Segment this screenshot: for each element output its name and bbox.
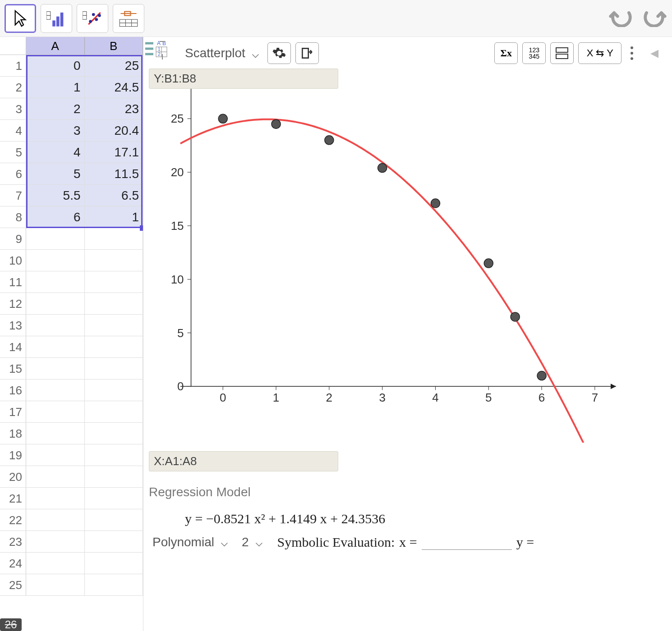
layout-button[interactable]	[550, 42, 574, 64]
table-row[interactable]: 5 4 17.1	[0, 142, 143, 163]
table-row[interactable]: 18	[0, 423, 143, 444]
table-row[interactable]: 3 2 23	[0, 98, 143, 120]
row-header[interactable]: 5	[0, 142, 26, 163]
table-row[interactable]: 9	[0, 228, 143, 250]
show-stats-button[interactable]: Σx	[494, 42, 518, 64]
row-header[interactable]: 3	[0, 98, 26, 119]
table-row[interactable]: 20	[0, 466, 143, 488]
boxplot-tool[interactable]	[113, 4, 144, 33]
cell[interactable]	[26, 380, 85, 401]
cell[interactable]: 6.5	[85, 185, 143, 206]
table-row[interactable]: 7 5.5 6.5	[0, 185, 143, 206]
cell[interactable]	[85, 315, 143, 336]
table-row[interactable]: 19	[0, 444, 143, 466]
row-header[interactable]: 23	[0, 531, 26, 552]
show-data-button[interactable]: 123345	[522, 42, 546, 64]
row-header[interactable]: 20	[0, 466, 26, 487]
cell[interactable]	[26, 358, 85, 379]
cell[interactable]: 11.5	[85, 163, 143, 184]
table-row[interactable]: 1 0 25	[0, 55, 143, 77]
row-header[interactable]: 2	[0, 77, 26, 98]
x-range-chip[interactable]: X:A1:A8	[149, 451, 338, 471]
row-header[interactable]: 4	[0, 120, 26, 141]
cell[interactable]	[26, 488, 85, 509]
plot-type-select[interactable]: Scatterplot ⌵	[181, 44, 263, 63]
cell[interactable]: 24.5	[85, 77, 143, 98]
cell[interactable]	[26, 444, 85, 466]
table-row[interactable]: 11	[0, 271, 143, 293]
table-row[interactable]: 24	[0, 553, 143, 574]
column-header-a[interactable]: A	[26, 37, 85, 55]
cell[interactable]	[85, 380, 143, 401]
swap-xy-button[interactable]: X ⇆ Y	[578, 42, 621, 64]
row-header[interactable]: 18	[0, 423, 26, 444]
column-header-b[interactable]: B	[85, 37, 143, 55]
row-header[interactable]: 14	[0, 336, 26, 357]
row-header[interactable]: 21	[0, 488, 26, 509]
row-header[interactable]: 17	[0, 401, 26, 422]
cell[interactable]	[85, 271, 143, 293]
row-header[interactable]: 22	[0, 509, 26, 530]
cell[interactable]: 1	[26, 77, 85, 98]
row-header[interactable]: 19	[0, 444, 26, 466]
symbolic-x-input[interactable]	[422, 536, 512, 550]
row-header[interactable]: 8	[0, 206, 26, 228]
cell[interactable]: 6	[26, 206, 85, 228]
table-row[interactable]: 10	[0, 250, 143, 271]
cell[interactable]	[26, 315, 85, 336]
table-row[interactable]: 2 1 24.5	[0, 77, 143, 98]
row-header[interactable]: 24	[0, 553, 26, 574]
cell[interactable]: 5.5	[26, 185, 85, 206]
cell[interactable]	[26, 509, 85, 530]
cell[interactable]: 3	[26, 120, 85, 141]
table-row[interactable]: 14	[0, 336, 143, 358]
cell[interactable]	[85, 531, 143, 552]
scatter-tool[interactable]	[77, 4, 108, 33]
table-row[interactable]: 4 3 20.4	[0, 120, 143, 142]
cell[interactable]	[85, 488, 143, 509]
table-row[interactable]: 15	[0, 358, 143, 380]
cell[interactable]	[26, 336, 85, 357]
table-row[interactable]: 12	[0, 293, 143, 315]
cell[interactable]	[26, 250, 85, 271]
y-range-chip[interactable]: Y:B1:B8	[149, 69, 338, 89]
row-header[interactable]: 15	[0, 358, 26, 379]
cell[interactable]	[26, 531, 85, 552]
cursor-tool[interactable]	[5, 4, 36, 33]
cell[interactable]	[85, 401, 143, 422]
cell[interactable]	[85, 574, 143, 595]
cell[interactable]: 5	[26, 163, 85, 184]
row-header[interactable]: 1	[0, 55, 26, 76]
row-header[interactable]: 13	[0, 315, 26, 336]
bar-chart-tool[interactable]	[41, 4, 72, 33]
row-header[interactable]: 6	[0, 163, 26, 184]
row-header[interactable]: 11	[0, 271, 26, 293]
cell[interactable]	[85, 250, 143, 271]
cell[interactable]	[85, 444, 143, 466]
table-row[interactable]: 25	[0, 574, 143, 596]
settings-button[interactable]	[267, 42, 291, 64]
more-menu[interactable]	[626, 42, 638, 64]
cell[interactable]: 1	[85, 206, 143, 228]
table-row[interactable]: 17	[0, 401, 143, 423]
cell[interactable]	[85, 228, 143, 249]
cell[interactable]: 17.1	[85, 142, 143, 163]
cell[interactable]	[85, 423, 143, 444]
cell[interactable]	[26, 574, 85, 595]
row-header[interactable]: 9	[0, 228, 26, 249]
cell[interactable]: 4	[26, 142, 85, 163]
cell[interactable]: 25	[85, 55, 143, 76]
table-row[interactable]: 13	[0, 315, 143, 336]
cell[interactable]	[85, 553, 143, 574]
cell[interactable]	[26, 423, 85, 444]
table-row[interactable]: 21	[0, 488, 143, 509]
cell[interactable]: 2	[26, 98, 85, 119]
two-var-table-icon[interactable]: AB 1 2	[143, 39, 169, 60]
cell[interactable]: 23	[85, 98, 143, 119]
row-header[interactable]: 25	[0, 574, 26, 595]
regression-type-select[interactable]: Polynomial ⌵	[149, 533, 232, 551]
cell[interactable]	[26, 228, 85, 249]
cell[interactable]	[26, 553, 85, 574]
table-row[interactable]: 22	[0, 509, 143, 531]
select-all-corner[interactable]	[0, 37, 26, 55]
